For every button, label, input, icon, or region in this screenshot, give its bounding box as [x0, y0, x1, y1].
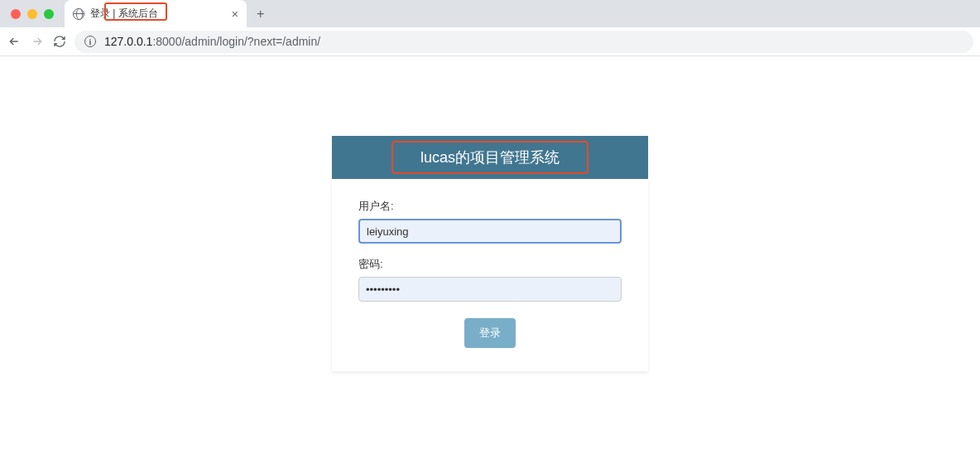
url-text: 127.0.0.1:8000/admin/login/?next=/admin/	[104, 35, 320, 48]
password-label: 密码:	[358, 257, 622, 272]
back-button[interactable]	[7, 35, 22, 48]
submit-row: 登录	[358, 318, 622, 348]
username-row: 用户名:	[358, 199, 622, 244]
login-header: lucas的项目管理系统	[332, 136, 648, 179]
forward-button[interactable]	[30, 35, 45, 48]
login-form: 用户名: 密码: 登录	[332, 179, 648, 371]
username-label: 用户名:	[358, 199, 622, 214]
window-maximize[interactable]	[44, 9, 54, 19]
password-row: 密码:	[358, 257, 622, 302]
url-host: 127.0.0.1	[104, 35, 152, 48]
url-path: :8000/admin/login/?next=/admin/	[152, 35, 320, 48]
site-info-icon[interactable]: i	[84, 36, 96, 47]
login-box: lucas的项目管理系统 用户名: 密码: 登录	[332, 136, 648, 371]
browser-chrome: 登录 | 系统后台 × + i 127.0.0.1:8000/admin/log…	[0, 0, 980, 56]
reload-button[interactable]	[53, 35, 66, 48]
page-content: lucas的项目管理系统 用户名: 密码: 登录 @51CTO博客	[0, 136, 980, 464]
globe-icon	[73, 8, 84, 20]
toolbar: i 127.0.0.1:8000/admin/login/?next=/admi…	[0, 27, 980, 56]
tab-close-icon[interactable]: ×	[232, 7, 238, 21]
window-minimize[interactable]	[27, 9, 37, 19]
new-tab-button[interactable]: +	[247, 7, 274, 22]
address-bar[interactable]: i 127.0.0.1:8000/admin/login/?next=/admi…	[74, 31, 973, 53]
browser-tab[interactable]: 登录 | 系统后台 ×	[65, 0, 247, 27]
tab-title: 登录 | 系统后台	[90, 7, 158, 21]
password-input[interactable]	[358, 277, 622, 302]
tab-strip: 登录 | 系统后台 × +	[0, 0, 980, 27]
window-controls	[0, 9, 65, 19]
site-title: lucas的项目管理系统	[420, 149, 560, 166]
username-input[interactable]	[358, 219, 622, 244]
login-button[interactable]: 登录	[464, 318, 516, 348]
window-close[interactable]	[11, 9, 21, 19]
